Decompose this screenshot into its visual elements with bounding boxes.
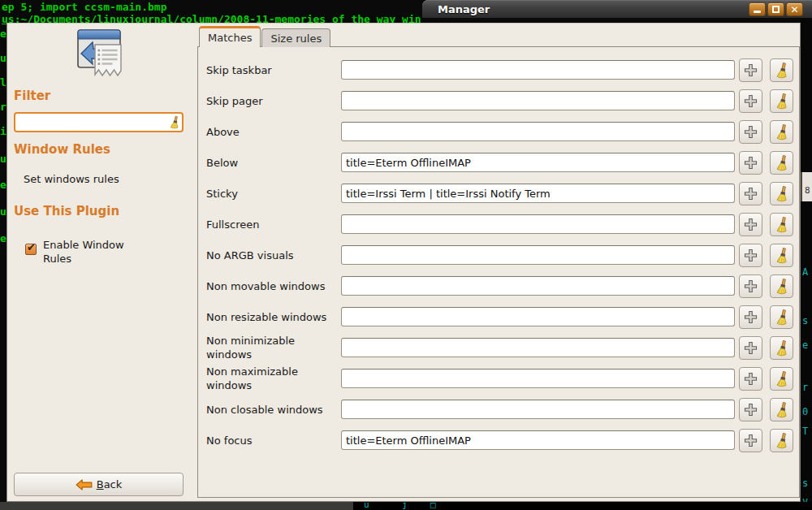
match-row-above: Above	[198, 116, 799, 147]
skip-taskbar-input[interactable]	[341, 60, 735, 80]
match-row-non-closable-windows: Non closable windows	[198, 394, 799, 425]
use-plugin-heading: Use This Plugin	[14, 204, 119, 218]
non-closable-windows-clear-button[interactable]	[770, 398, 793, 421]
plus-icon	[742, 370, 759, 387]
rows: Skip taskbarSkip pagerAboveBelowStickyFu…	[198, 47, 799, 456]
terminal-char: A	[802, 266, 808, 278]
maximize-icon	[772, 6, 780, 13]
terminal-char: l	[0, 76, 6, 89]
non-movable-windows-input[interactable]	[341, 276, 735, 296]
back-button[interactable]: Back	[14, 473, 184, 496]
broom-icon	[773, 93, 790, 110]
enable-plugin-label: Enable Window Rules	[43, 238, 139, 266]
plus-icon	[742, 216, 759, 233]
match-row-sticky: Sticky	[198, 178, 799, 209]
skip-pager-input[interactable]	[341, 91, 735, 110]
fullscreen-clear-button[interactable]	[770, 213, 793, 236]
no-focus-input[interactable]	[341, 430, 735, 450]
non-movable-windows-add-button[interactable]	[739, 274, 762, 298]
match-row-non-movable-windows: Non movable windows	[198, 270, 799, 301]
terminal-char: s	[802, 315, 808, 326]
terminal-char: e	[0, 232, 6, 244]
terminal-left-edge: eulriueue	[0, 24, 6, 284]
above-add-button[interactable]	[739, 120, 762, 144]
sidebar: Filter Window Rules Set windows rules Us…	[7, 24, 197, 501]
tabbar: Matches Size rules	[199, 26, 330, 47]
skip-pager-clear-button[interactable]	[770, 89, 793, 113]
taskbar-fragment	[0, 502, 353, 510]
match-row-below: Below	[198, 147, 799, 178]
tab-matches[interactable]: Matches	[199, 26, 261, 47]
broom-icon	[773, 278, 790, 295]
match-label-non-minimizable-windows: Non minimizable windows	[206, 334, 341, 361]
non-resizable-windows-add-button[interactable]	[739, 305, 762, 329]
non-movable-windows-clear-button[interactable]	[770, 274, 793, 298]
non-maximizable-windows-clear-button[interactable]	[770, 367, 793, 391]
close-button[interactable]: ✕	[786, 2, 803, 16]
broom-icon	[773, 185, 790, 202]
group-link-set-windows-rules[interactable]: Set windows rules	[24, 173, 119, 185]
filter-heading: Filter	[14, 89, 50, 103]
broom-icon	[773, 309, 790, 326]
no-focus-add-button[interactable]	[739, 429, 762, 452]
minimize-button[interactable]	[749, 2, 766, 16]
match-label-above: Above	[206, 125, 341, 139]
fullscreen-input[interactable]	[341, 214, 735, 234]
skip-pager-add-button[interactable]	[739, 89, 762, 113]
no-argb-visuals-input[interactable]	[341, 245, 735, 265]
match-row-no-focus: No focus	[198, 425, 799, 456]
above-input[interactable]	[341, 122, 735, 141]
non-maximizable-windows-input[interactable]	[341, 369, 735, 388]
non-maximizable-windows-add-button[interactable]	[739, 367, 762, 391]
plus-icon	[742, 278, 759, 295]
below-input[interactable]	[341, 153, 735, 172]
match-label-below: Below	[206, 156, 341, 170]
above-clear-button[interactable]	[770, 120, 793, 144]
window-controls: ✕	[749, 2, 803, 16]
terminal-char: e	[0, 28, 6, 40]
fullscreen-add-button[interactable]	[739, 213, 762, 236]
plugin-name-heading: Window Rules	[14, 142, 110, 157]
non-minimizable-windows-clear-button[interactable]	[770, 336, 793, 360]
terminal-char: u	[0, 153, 6, 165]
terminal-bottom-edge: uj□	[0, 502, 812, 510]
match-label-non-closable-windows: Non closable windows	[206, 403, 341, 417]
sticky-add-button[interactable]	[739, 182, 762, 205]
terminal-text-line: ep 5; import ccsm-main.bmp	[2, 1, 167, 13]
terminal-char: u	[0, 205, 6, 218]
non-resizable-windows-input[interactable]	[341, 307, 735, 326]
no-argb-visuals-clear-button[interactable]	[770, 244, 793, 267]
skip-taskbar-add-button[interactable]	[739, 58, 762, 82]
non-resizable-windows-clear-button[interactable]	[770, 305, 793, 329]
match-label-sticky: Sticky	[206, 187, 341, 201]
no-argb-visuals-add-button[interactable]	[739, 244, 762, 267]
match-row-no-argb-visuals: No ARGB visuals	[198, 240, 799, 270]
non-minimizable-windows-add-button[interactable]	[739, 336, 762, 360]
terminal-char: r	[0, 101, 6, 113]
window-titlebar[interactable]: Manager ✕	[422, 0, 812, 18]
enable-plugin-checkbox[interactable]: ✔	[25, 244, 37, 255]
terminal-char: e	[802, 339, 808, 351]
back-arrow-icon	[76, 479, 93, 491]
background-window-corner: 8	[801, 172, 812, 201]
below-clear-button[interactable]	[770, 151, 793, 175]
skip-taskbar-clear-button[interactable]	[770, 58, 793, 82]
broom-icon	[773, 154, 790, 171]
maximize-button[interactable]	[767, 2, 784, 16]
sticky-clear-button[interactable]	[770, 182, 793, 205]
tab-size-rules[interactable]: Size rules	[261, 28, 330, 47]
plus-icon	[742, 185, 759, 202]
broom-icon	[773, 401, 790, 418]
no-focus-clear-button[interactable]	[770, 429, 793, 452]
non-closable-windows-input[interactable]	[341, 400, 735, 419]
terminal-char: s	[802, 478, 808, 489]
filter-input[interactable]	[14, 112, 184, 132]
match-label-fullscreen: Fullscreen	[206, 218, 341, 231]
non-minimizable-windows-input[interactable]	[341, 338, 735, 357]
below-add-button[interactable]	[739, 151, 762, 175]
match-row-skip-taskbar: Skip taskbar	[198, 54, 799, 85]
sticky-input[interactable]	[341, 184, 735, 203]
non-closable-windows-add-button[interactable]	[739, 398, 762, 421]
terminal-char: T	[802, 426, 808, 437]
plus-icon	[742, 123, 759, 140]
